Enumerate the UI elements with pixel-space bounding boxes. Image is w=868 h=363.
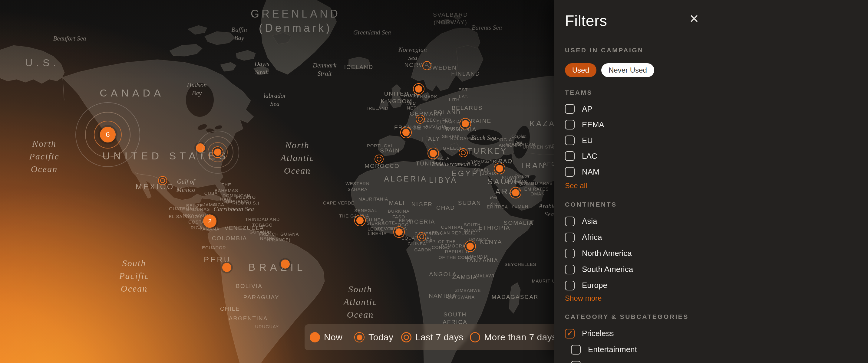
- checkbox-partial[interactable]: [571, 361, 581, 363]
- map-legend: NowTodayLast 7 daysMore than 7 days ago: [305, 324, 575, 350]
- legend-item-now: Now: [310, 332, 343, 342]
- marker-dot: [281, 260, 290, 269]
- chip-never-used[interactable]: Never Used: [601, 63, 654, 77]
- map-marker-today[interactable]: [510, 187, 521, 198]
- checkbox-row: Africa: [565, 229, 633, 245]
- app-root: { "colors": { "accent": "#f2731f", "chip…: [0, 0, 868, 363]
- map-marker-today[interactable]: [460, 118, 471, 129]
- map-marker-today[interactable]: [428, 147, 439, 159]
- checkbox-europe[interactable]: [565, 281, 575, 290]
- checkbox-label: Asia: [582, 217, 597, 226]
- marker-dot: [494, 163, 505, 174]
- map-marker-today[interactable]: [400, 127, 412, 138]
- checkbox-ap[interactable]: [565, 104, 575, 114]
- legend-item-today: Today: [354, 332, 394, 342]
- map-marker-cluster-2[interactable]: 2: [203, 214, 216, 228]
- continents-list: AsiaAfricaNorth AmericaSouth AmericaEuro…: [565, 213, 633, 293]
- marker-dot: [212, 146, 223, 158]
- marker-dot: [459, 148, 468, 157]
- section-category: CATEGORY & SUBCATEGORIES: [565, 313, 689, 320]
- legend-last7-icon: [401, 332, 411, 342]
- campaign-chips: UsedNever Used: [565, 63, 654, 77]
- checkbox-label: South America: [582, 265, 633, 274]
- checkbox-row: Asia: [565, 213, 633, 229]
- legend-today-icon: [354, 332, 365, 342]
- checkbox-row: AP: [565, 101, 604, 117]
- marker-dot: [510, 187, 521, 198]
- marker-dot: [428, 147, 439, 159]
- map-marker-now[interactable]: [281, 260, 290, 269]
- map-marker-today[interactable]: [354, 215, 366, 226]
- checkbox-lac[interactable]: [565, 151, 575, 161]
- legend-label: Now: [324, 332, 343, 342]
- map-marker-now[interactable]: [222, 263, 231, 272]
- checkbox-eu[interactable]: [565, 135, 575, 145]
- legend-label: Today: [368, 332, 394, 342]
- checkbox-row: EU: [565, 132, 604, 148]
- checkbox-label: Africa: [582, 233, 602, 242]
- marker-dot: [416, 114, 425, 124]
- map-marker-last7[interactable]: [459, 148, 468, 157]
- checkbox-asia[interactable]: [565, 217, 575, 226]
- legend-now-icon: [310, 332, 320, 342]
- checkbox-row: South America: [565, 261, 633, 277]
- marker-dot: [354, 215, 366, 226]
- checkbox-label: EEMA: [582, 120, 604, 129]
- checkbox-eema[interactable]: [565, 120, 575, 129]
- checkbox-label: Entertainment: [588, 345, 637, 354]
- cluster-count: 6: [100, 127, 116, 142]
- legend-more7-icon: [470, 332, 480, 342]
- category-list: PricelessEntertainment: [565, 326, 637, 363]
- continents-show-more-link[interactable]: Show more: [565, 294, 601, 302]
- legend-item-last7: Last 7 days: [401, 332, 464, 342]
- checkbox-north-america[interactable]: [565, 249, 575, 258]
- checkbox-nam[interactable]: [565, 167, 575, 177]
- checkbox-entertainment[interactable]: [571, 345, 581, 355]
- checkbox-row: Europe: [565, 277, 633, 293]
- checkbox-south-america[interactable]: [565, 265, 575, 274]
- chip-used[interactable]: Used: [565, 63, 596, 77]
- close-icon[interactable]: ✕: [689, 13, 700, 25]
- map-marker-today[interactable]: [494, 163, 505, 174]
- marker-dot: [464, 240, 476, 252]
- section-used-in-campaign: USED IN CAMPAIGN: [565, 46, 644, 54]
- checkbox-label: Europe: [582, 281, 607, 290]
- map-marker-more7[interactable]: [422, 61, 431, 70]
- marker-dot: [422, 61, 431, 70]
- teams-list: APEEMAEULACNAM: [565, 101, 604, 180]
- map-marker-last7[interactable]: [158, 176, 167, 185]
- marker-dot: [393, 226, 405, 238]
- checkbox-row: NAM: [565, 164, 604, 180]
- filters-title: Filters: [565, 12, 607, 30]
- checkbox-row: LAC: [565, 148, 604, 164]
- marker-dot: [158, 176, 167, 185]
- checkbox-label: North America: [582, 249, 632, 258]
- checkbox-africa[interactable]: [565, 233, 575, 242]
- marker-dot: [417, 232, 426, 241]
- checkbox-priceless[interactable]: [565, 329, 575, 338]
- map-marker-last7[interactable]: [416, 114, 425, 124]
- section-teams: TEAMS: [565, 89, 592, 96]
- legend-label: Last 7 days: [415, 332, 464, 342]
- map-marker-today[interactable]: [212, 146, 223, 158]
- checkbox-row: North America: [565, 245, 633, 261]
- map-marker-now[interactable]: [196, 143, 205, 153]
- map-marker-last7[interactable]: [374, 155, 383, 164]
- teams-see-all-link[interactable]: See all: [565, 182, 587, 190]
- checkbox-label: NAM: [582, 167, 599, 177]
- checkbox-label: Priceless: [582, 329, 614, 338]
- map-marker-today[interactable]: [413, 83, 425, 95]
- map-marker-last7[interactable]: [417, 232, 426, 241]
- map-marker-cluster-6[interactable]: 6: [100, 127, 116, 142]
- marker-dot: [222, 263, 231, 272]
- map-marker-today[interactable]: [464, 240, 476, 252]
- marker-dot: [413, 83, 425, 95]
- checkbox-label: AP: [582, 104, 592, 114]
- checkbox-row: EEMA: [565, 117, 604, 132]
- checkbox-row: Priceless: [565, 326, 637, 341]
- marker-dot: [196, 143, 205, 153]
- marker-dot: [400, 127, 412, 138]
- marker-dot: [460, 118, 471, 129]
- cluster-count: 2: [203, 214, 216, 228]
- map-marker-today[interactable]: [393, 226, 405, 238]
